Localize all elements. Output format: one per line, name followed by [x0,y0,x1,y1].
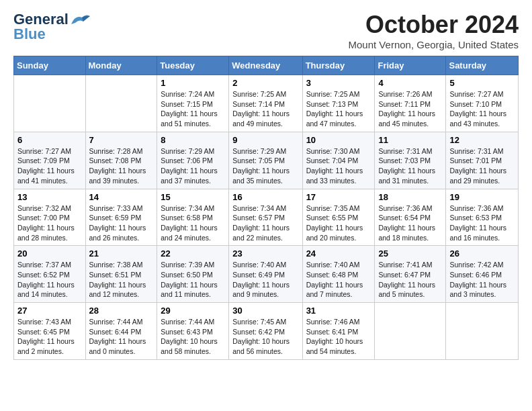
calendar-cell: 23Sunrise: 7:40 AM Sunset: 6:49 PM Dayli… [229,246,302,303]
day-info: Sunrise: 7:38 AM Sunset: 6:51 PM Dayligh… [89,260,154,300]
title-block: October 2024 Mount Vernon, Georgia, Unit… [349,11,519,50]
day-number: 6 [17,135,82,145]
day-info: Sunrise: 7:36 AM Sunset: 6:54 PM Dayligh… [378,203,442,243]
calendar-cell: 9Sunrise: 7:29 AM Sunset: 7:05 PM Daylig… [229,132,302,189]
calendar-cell: 1Sunrise: 7:24 AM Sunset: 7:15 PM Daylig… [157,75,229,132]
day-number: 30 [232,306,298,316]
calendar-cell: 14Sunrise: 7:33 AM Sunset: 6:59 PM Dayli… [85,189,157,246]
calendar-cell [375,303,446,360]
day-info: Sunrise: 7:46 AM Sunset: 6:41 PM Dayligh… [306,317,371,357]
calendar-cell: 31Sunrise: 7:46 AM Sunset: 6:41 PM Dayli… [302,303,375,360]
page-header: General Blue October 2024 Mount Vernon, … [13,11,519,50]
day-number: 20 [17,248,82,259]
day-info: Sunrise: 7:34 AM Sunset: 6:57 PM Dayligh… [232,203,298,243]
calendar-cell: 18Sunrise: 7:36 AM Sunset: 6:54 PM Dayli… [375,189,446,246]
day-info: Sunrise: 7:30 AM Sunset: 7:04 PM Dayligh… [306,146,371,186]
day-number: 11 [378,135,442,145]
day-number: 12 [449,135,515,145]
weekday-header-sunday: Sunday [14,56,86,75]
weekday-header-friday: Friday [375,56,446,75]
day-number: 31 [306,306,371,316]
day-info: Sunrise: 7:24 AM Sunset: 7:15 PM Dayligh… [161,89,225,129]
weekday-header-row: SundayMondayTuesdayWednesdayThursdayFrid… [14,56,519,75]
month-title: October 2024 [349,11,519,39]
day-number: 19 [449,192,515,202]
calendar-cell: 12Sunrise: 7:31 AM Sunset: 7:01 PM Dayli… [446,132,519,189]
calendar-cell: 22Sunrise: 7:39 AM Sunset: 6:50 PM Dayli… [157,246,229,303]
calendar-cell: 16Sunrise: 7:34 AM Sunset: 6:57 PM Dayli… [229,189,302,246]
calendar-cell: 8Sunrise: 7:29 AM Sunset: 7:06 PM Daylig… [157,132,229,189]
day-number: 15 [161,192,225,202]
calendar-cell: 27Sunrise: 7:43 AM Sunset: 6:45 PM Dayli… [14,303,86,360]
day-number: 26 [449,248,515,259]
day-info: Sunrise: 7:25 AM Sunset: 7:13 PM Dayligh… [306,89,371,129]
day-info: Sunrise: 7:40 AM Sunset: 6:48 PM Dayligh… [306,260,371,300]
day-number: 7 [89,135,154,145]
calendar-cell: 2Sunrise: 7:25 AM Sunset: 7:14 PM Daylig… [229,75,302,132]
day-number: 17 [306,192,371,202]
day-info: Sunrise: 7:34 AM Sunset: 6:58 PM Dayligh… [161,203,225,243]
day-number: 23 [232,248,298,259]
calendar-cell: 6Sunrise: 7:27 AM Sunset: 7:09 PM Daylig… [14,132,86,189]
day-number: 28 [89,306,154,316]
calendar-cell: 28Sunrise: 7:44 AM Sunset: 6:44 PM Dayli… [85,303,157,360]
day-info: Sunrise: 7:45 AM Sunset: 6:42 PM Dayligh… [232,317,298,357]
calendar-week-4: 27Sunrise: 7:43 AM Sunset: 6:45 PM Dayli… [14,303,519,360]
day-number: 14 [89,192,154,202]
day-number: 29 [161,306,225,316]
calendar-cell: 4Sunrise: 7:26 AM Sunset: 7:11 PM Daylig… [375,75,446,132]
day-number: 16 [232,192,298,202]
weekday-header-saturday: Saturday [446,56,519,75]
calendar-cell: 24Sunrise: 7:40 AM Sunset: 6:48 PM Dayli… [302,246,375,303]
day-info: Sunrise: 7:44 AM Sunset: 6:43 PM Dayligh… [161,317,225,357]
day-info: Sunrise: 7:28 AM Sunset: 7:08 PM Dayligh… [89,146,154,186]
calendar-cell: 29Sunrise: 7:44 AM Sunset: 6:43 PM Dayli… [157,303,229,360]
logo-blue: Blue [13,26,46,42]
calendar-cell: 26Sunrise: 7:42 AM Sunset: 6:46 PM Dayli… [446,246,519,303]
calendar-cell [446,303,519,360]
day-info: Sunrise: 7:33 AM Sunset: 6:59 PM Dayligh… [89,203,154,243]
calendar-week-1: 6Sunrise: 7:27 AM Sunset: 7:09 PM Daylig… [14,132,519,189]
day-number: 8 [161,135,225,145]
day-info: Sunrise: 7:43 AM Sunset: 6:45 PM Dayligh… [17,317,82,357]
calendar-week-0: 1Sunrise: 7:24 AM Sunset: 7:15 PM Daylig… [14,75,519,132]
weekday-header-monday: Monday [85,56,157,75]
day-info: Sunrise: 7:27 AM Sunset: 7:10 PM Dayligh… [449,89,515,129]
day-number: 4 [378,78,442,88]
day-number: 22 [161,248,225,259]
day-info: Sunrise: 7:37 AM Sunset: 6:52 PM Dayligh… [17,260,82,300]
logo-bird-icon [70,12,91,27]
calendar-cell: 15Sunrise: 7:34 AM Sunset: 6:58 PM Dayli… [157,189,229,246]
calendar-table: SundayMondayTuesdayWednesdayThursdayFrid… [13,56,519,360]
day-info: Sunrise: 7:27 AM Sunset: 7:09 PM Dayligh… [17,146,82,186]
day-number: 24 [306,248,371,259]
calendar-cell: 20Sunrise: 7:37 AM Sunset: 6:52 PM Dayli… [14,246,86,303]
day-number: 1 [161,78,225,88]
weekday-header-tuesday: Tuesday [157,56,229,75]
day-number: 25 [378,248,442,259]
day-info: Sunrise: 7:44 AM Sunset: 6:44 PM Dayligh… [89,317,154,357]
weekday-header-thursday: Thursday [302,56,375,75]
weekday-header-wednesday: Wednesday [229,56,302,75]
day-info: Sunrise: 7:42 AM Sunset: 6:46 PM Dayligh… [449,260,515,300]
calendar-cell [85,75,157,132]
logo: General Blue [13,11,91,43]
day-info: Sunrise: 7:36 AM Sunset: 6:53 PM Dayligh… [449,203,515,243]
calendar-cell: 5Sunrise: 7:27 AM Sunset: 7:10 PM Daylig… [446,75,519,132]
calendar-cell: 19Sunrise: 7:36 AM Sunset: 6:53 PM Dayli… [446,189,519,246]
day-info: Sunrise: 7:26 AM Sunset: 7:11 PM Dayligh… [378,89,442,129]
calendar-cell: 25Sunrise: 7:41 AM Sunset: 6:47 PM Dayli… [375,246,446,303]
day-number: 13 [17,192,82,202]
calendar-body: 1Sunrise: 7:24 AM Sunset: 7:15 PM Daylig… [14,75,519,360]
day-info: Sunrise: 7:35 AM Sunset: 6:55 PM Dayligh… [306,203,371,243]
day-info: Sunrise: 7:41 AM Sunset: 6:47 PM Dayligh… [378,260,442,300]
day-number: 3 [306,78,371,88]
day-info: Sunrise: 7:25 AM Sunset: 7:14 PM Dayligh… [232,89,298,129]
calendar-cell: 3Sunrise: 7:25 AM Sunset: 7:13 PM Daylig… [302,75,375,132]
day-number: 5 [449,78,515,88]
calendar-cell: 21Sunrise: 7:38 AM Sunset: 6:51 PM Dayli… [85,246,157,303]
location: Mount Vernon, Georgia, United States [349,39,519,50]
calendar-cell: 11Sunrise: 7:31 AM Sunset: 7:03 PM Dayli… [375,132,446,189]
calendar-cell: 17Sunrise: 7:35 AM Sunset: 6:55 PM Dayli… [302,189,375,246]
calendar-week-2: 13Sunrise: 7:32 AM Sunset: 7:00 PM Dayli… [14,189,519,246]
